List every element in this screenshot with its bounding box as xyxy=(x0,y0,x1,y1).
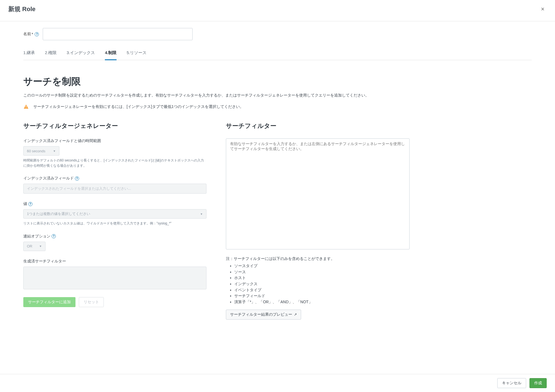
warning-icon xyxy=(23,104,29,110)
tab-resources[interactable]: 5.リソース xyxy=(127,50,147,60)
chevron-down-icon: ▼ xyxy=(39,245,42,248)
time-range-label: インデックス済みフィールドと値の時間範囲 xyxy=(23,138,206,143)
required-mark: * xyxy=(32,32,33,36)
filter-note-list: ソースタイプ ソース ホスト インデックス イベントタイプ サーチフィールド 演… xyxy=(226,263,410,305)
indexed-field-label-text: インデックス済みフィールド xyxy=(23,176,74,181)
value-label-text: 値 xyxy=(23,201,27,206)
concat-select: OR ▼ xyxy=(23,242,46,251)
help-icon[interactable]: ? xyxy=(28,202,32,206)
name-label: 名前* ? xyxy=(23,32,39,37)
list-item: 演算子「*」、「OR」、「AND」、「NOT」 xyxy=(234,299,410,305)
modal-footer: キャンセル 作成 xyxy=(0,374,555,392)
value-select: 1つまたは複数の値を選択してください ▼ xyxy=(23,209,206,219)
list-item: インデックス xyxy=(234,281,410,287)
modal-title: 新規 Role xyxy=(8,5,36,13)
value-label: 値 ? xyxy=(23,201,206,206)
warning-text: サーチフィルタージェネレーターを有効にするには、[インデックス]タブで最低1つの… xyxy=(33,104,244,109)
concat-label-text: 連結オプション xyxy=(23,234,51,239)
page-description: このロールのサーチ制限を設定するためのサーチフィルターを作成します。有効なサーチ… xyxy=(23,93,532,98)
generator-column: サーチフィルタージェネレーター インデックス済みフィールドと値の時間範囲 60 … xyxy=(23,122,206,320)
name-row: 名前* ? xyxy=(23,28,532,40)
indexed-field-input: インデックスされたフィールドを選択または入力してください... xyxy=(23,184,206,194)
preview-filter-label: サーチフィルター結果のプレビュー xyxy=(230,312,292,317)
tab-indexes[interactable]: 3.インデックス xyxy=(67,50,95,60)
name-label-text: 名前 xyxy=(23,32,31,37)
list-item: ソース xyxy=(234,269,410,275)
tab-inheritance[interactable]: 1.継承 xyxy=(23,50,35,60)
indexed-field-label: インデックス済みフィールド ? xyxy=(23,176,206,181)
concat-label: 連結オプション ? xyxy=(23,234,206,239)
name-input[interactable] xyxy=(43,28,193,40)
search-filter-textarea[interactable] xyxy=(226,138,410,249)
generated-filter-label: 生成済サーチフィルター xyxy=(23,259,206,264)
svg-rect-1 xyxy=(26,108,26,108)
tab-permissions[interactable]: 2.権限 xyxy=(45,50,57,60)
value-hint: リストに表示されていないカスタム値は、ワイルドカードを使用して入力できます。例：… xyxy=(23,221,206,226)
list-item: ホスト xyxy=(234,275,410,281)
close-icon[interactable]: × xyxy=(539,5,547,13)
tabs: 1.継承 2.権限 3.インデックス 4.制限 5.リソース xyxy=(23,50,532,60)
cancel-button[interactable]: キャンセル xyxy=(497,378,526,388)
help-icon[interactable]: ? xyxy=(35,32,39,36)
svg-rect-0 xyxy=(26,106,26,107)
time-range-hint: 時間範囲をデフォルトの60 secondsより長くすると、[インデックスされたフ… xyxy=(23,158,206,168)
create-button[interactable]: 作成 xyxy=(529,378,547,388)
generator-heading: サーチフィルタージェネレーター xyxy=(23,122,206,130)
add-filter-button: サーチフィルターに追加 xyxy=(23,297,75,307)
concat-value: OR xyxy=(27,244,32,248)
list-item: サーチフィールド xyxy=(234,293,410,299)
indexed-field-placeholder: インデックスされたフィールドを選択または入力してください... xyxy=(27,186,131,191)
help-icon[interactable]: ? xyxy=(75,176,79,181)
external-link-icon: ↗ xyxy=(294,312,297,317)
modal-header: 新規 Role × xyxy=(0,0,555,21)
generated-filter-area xyxy=(23,267,206,289)
chevron-down-icon: ▼ xyxy=(53,150,56,153)
time-range-select: 60 seconds ▼ xyxy=(23,146,59,156)
value-placeholder: 1つまたは複数の値を選択してください xyxy=(27,211,90,216)
help-icon[interactable]: ? xyxy=(52,234,56,238)
list-item: イベントタイプ xyxy=(234,287,410,293)
list-item: ソースタイプ xyxy=(234,263,410,269)
tab-restrictions[interactable]: 4.制限 xyxy=(105,50,117,60)
warning-row: サーチフィルタージェネレーターを有効にするには、[インデックス]タブで最低1つの… xyxy=(23,104,532,110)
filter-note-label: 注：サーチフィルターには以下のみを含めることができます。 xyxy=(226,256,410,261)
reset-button: リセット xyxy=(79,297,104,307)
filter-column: サーチフィルター 注：サーチフィルターには以下のみを含めることができます。 ソー… xyxy=(226,122,410,320)
time-range-value: 60 seconds xyxy=(27,149,46,153)
filter-heading: サーチフィルター xyxy=(226,122,410,130)
page-title: サーチを制限 xyxy=(23,75,532,88)
chevron-down-icon: ▼ xyxy=(200,213,203,216)
preview-filter-button[interactable]: サーチフィルター結果のプレビュー ↗ xyxy=(226,310,301,320)
